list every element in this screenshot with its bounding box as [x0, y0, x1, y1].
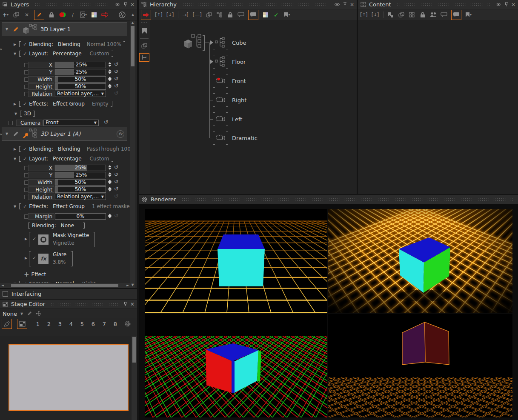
- comment-filled-icon[interactable]: [451, 10, 461, 20]
- validate-check-icon[interactable]: ✓: [273, 11, 280, 19]
- palette-icon[interactable]: [262, 11, 269, 19]
- duplicate-icon[interactable]: [398, 11, 405, 19]
- content-body[interactable]: [358, 20, 518, 194]
- bookmark-icon[interactable]: [142, 28, 147, 34]
- layer1-blending-row[interactable]: ▶ ✓ Blending: Blending Normal 100%: [13, 41, 125, 48]
- layers-horizontal-scrollbar[interactable]: ◄ ►: [0, 283, 130, 288]
- tree-item-left[interactable]: Left: [213, 112, 242, 126]
- reset-icon[interactable]: ↺: [114, 76, 118, 82]
- spinner-stepper[interactable]: [108, 172, 112, 177]
- bookmark-dropdown-icon[interactable]: ▾: [288, 13, 290, 17]
- scrollbar-thumb[interactable]: [132, 337, 136, 363]
- enabled-check-icon[interactable]: ✓: [23, 101, 27, 107]
- duplicate-icon[interactable]: [141, 43, 147, 49]
- delete-icon[interactable]: ✕: [23, 11, 30, 19]
- reset-icon[interactable]: ↺: [104, 119, 108, 125]
- enabled-check-icon[interactable]: ✓: [23, 156, 27, 162]
- strip-drag-dots[interactable]: [140, 21, 148, 23]
- bookmark-dropdown-icon[interactable]: ▾: [470, 13, 472, 17]
- layer1-effects-row[interactable]: ▶ ✓ Effects: Effect Group Empty: [13, 100, 112, 107]
- stage-canvas[interactable]: [0, 336, 132, 420]
- eye-icon[interactable]: [114, 3, 120, 6]
- comment-icon[interactable]: [441, 11, 447, 19]
- tree-icon[interactable]: [216, 11, 223, 19]
- move-down-icon[interactable]: [↓]: [372, 11, 379, 19]
- reset-icon[interactable]: ↺: [114, 186, 118, 192]
- users-icon[interactable]: [430, 11, 437, 19]
- expand-icon[interactable]: ▶: [13, 147, 17, 151]
- spinner-stepper[interactable]: [108, 180, 112, 184]
- stage-page-3[interactable]: 3: [55, 321, 65, 327]
- layers-vertical-scrollbar[interactable]: ▲ ▼: [130, 20, 135, 288]
- toolbar-collapse-icon[interactable]: ▲: [129, 11, 136, 19]
- enabled-check-icon[interactable]: ✓: [23, 204, 27, 209]
- comment-icon[interactable]: [238, 11, 244, 19]
- pin-icon[interactable]: [504, 2, 508, 7]
- root-3d-group-icon[interactable]: [184, 34, 202, 51]
- param-value-field[interactable]: -25%: [55, 69, 106, 75]
- bookmark-icon[interactable]: ▾: [283, 11, 290, 19]
- layer2-expand-icon[interactable]: ▼: [5, 132, 9, 136]
- collapse-icon[interactable]: ▼: [13, 52, 17, 56]
- mask-mode-dropdown-icon[interactable]: ▾: [85, 13, 87, 17]
- param-value-field[interactable]: 50%: [55, 76, 106, 83]
- insert-into-icon[interactable]: →[: [182, 11, 189, 19]
- viewport-dramatic[interactable]: [328, 209, 512, 313]
- interfacing-panel[interactable]: Interfacing: [0, 289, 137, 299]
- close-icon[interactable]: ✕: [130, 2, 135, 7]
- viewport-front[interactable]: [145, 209, 327, 313]
- scroll-left-arrow[interactable]: ◄: [0, 283, 5, 288]
- duplicate-icon[interactable]: [13, 11, 20, 19]
- layer1-expand-icon[interactable]: ▼: [5, 27, 9, 31]
- stage-layout-icon[interactable]: [17, 319, 27, 329]
- expand-arrow-icon[interactable]: [210, 40, 213, 45]
- eye-icon[interactable]: [334, 3, 340, 6]
- stage-selector-value[interactable]: None: [3, 311, 17, 317]
- comment-filled-icon[interactable]: [248, 10, 258, 20]
- pin-icon[interactable]: [123, 302, 127, 306]
- scroll-right-arrow[interactable]: ►: [125, 283, 130, 288]
- follow-arrow-icon[interactable]: [141, 10, 151, 20]
- effects-blending-row[interactable]: Blending: None: [28, 222, 85, 229]
- edit-pencil-icon[interactable]: [34, 10, 44, 20]
- stage-page-4[interactable]: 4: [66, 321, 76, 327]
- layer1-layout-row[interactable]: ▼ ✓ Layout: Percentage Custom: [13, 50, 113, 57]
- move-down-icon[interactable]: [↓]: [166, 11, 174, 19]
- viewport-anaglyph[interactable]: [145, 314, 327, 417]
- spinner-stepper[interactable]: [108, 84, 112, 89]
- reset-icon[interactable]: ↺: [114, 83, 118, 89]
- line-icon[interactable]: /: [69, 11, 76, 19]
- param-value-field[interactable]: 50%: [55, 179, 106, 186]
- lock-icon[interactable]: [227, 11, 234, 19]
- duplicate-icon[interactable]: [206, 11, 212, 19]
- param-value-field[interactable]: -25%: [55, 172, 106, 178]
- effect-item-mask-vignette[interactable]: ▶ ✓ Mask Vignette Vignette: [24, 231, 100, 248]
- expand-arrow-icon[interactable]: [210, 60, 213, 64]
- stage-pencil-icon[interactable]: [26, 311, 32, 317]
- scrollbar-thumb[interactable]: [131, 26, 135, 66]
- move-up-icon[interactable]: [↑]: [155, 11, 163, 19]
- bookmark-icon[interactable]: ▾: [465, 11, 472, 19]
- stage-settings-gear-icon[interactable]: [124, 320, 131, 328]
- param-value-field[interactable]: -25%: [55, 62, 106, 68]
- spinner-stepper[interactable]: [108, 214, 112, 218]
- scrollbar-thumb[interactable]: [11, 284, 118, 287]
- effect-item-glare[interactable]: ▶ ✓ fx Glare 3,8%: [24, 250, 100, 267]
- grid-view-icon[interactable]: [409, 11, 415, 19]
- mask-mode-icon[interactable]: ▾: [80, 11, 87, 19]
- enabled-check-icon[interactable]: ✓: [23, 146, 27, 152]
- spinner-stepper[interactable]: [108, 69, 112, 74]
- reset-icon[interactable]: ↺: [114, 69, 118, 74]
- tree-mode-icon[interactable]: [139, 53, 149, 62]
- export-arrow-icon[interactable]: [101, 11, 108, 19]
- collapse-icon[interactable]: ▼: [13, 157, 17, 161]
- scroll-down-arrow[interactable]: ▼: [130, 283, 135, 288]
- panel-drag-texture[interactable]: [34, 3, 109, 6]
- solo-colors-icon[interactable]: [59, 11, 66, 19]
- param-value-field[interactable]: 25%: [55, 165, 106, 171]
- expand-icon[interactable]: ▶: [24, 237, 28, 241]
- param-value-field[interactable]: 50%: [55, 186, 106, 193]
- tree-item-floor[interactable]: Floor: [213, 55, 246, 69]
- eye-icon[interactable]: [495, 3, 501, 6]
- layer2-layout-row[interactable]: ▼ ✓ Layout: Percentage Custom: [13, 155, 113, 162]
